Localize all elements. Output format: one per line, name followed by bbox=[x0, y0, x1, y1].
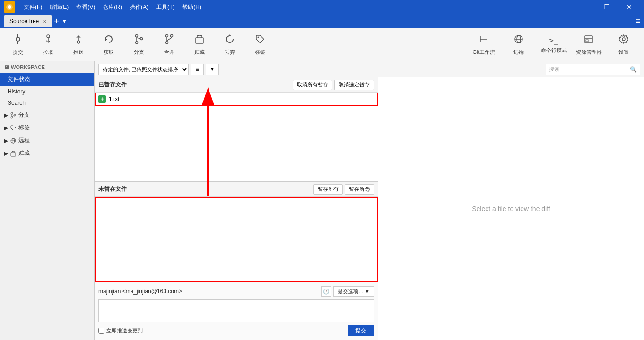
stash-icon bbox=[194, 34, 205, 47]
app-logo bbox=[4, 1, 15, 13]
filter-dropdown-button[interactable]: ▼ bbox=[206, 64, 219, 75]
merge-button[interactable]: 合并 bbox=[155, 31, 183, 59]
toolbar: 提交 拉取 推送 bbox=[0, 28, 644, 61]
titlebar: 文件(F) 编辑(E) 查看(V) 仓库(R) 操作(A) 工具(T) 帮助(H… bbox=[0, 0, 644, 14]
discard-label: 丢弃 bbox=[225, 49, 235, 56]
discard-button[interactable]: 丢弃 bbox=[216, 31, 244, 59]
list-view-button[interactable]: ≡ bbox=[191, 64, 204, 75]
pull-label: 拉取 bbox=[43, 49, 53, 56]
staged-files-list: + 1.txt — bbox=[95, 93, 378, 181]
menu-help[interactable]: 帮助(H) bbox=[179, 2, 204, 12]
branches-expand-icon: ▶ bbox=[4, 112, 8, 119]
sidebar-item-history[interactable]: History bbox=[0, 86, 94, 97]
sidebar-section-stashes[interactable]: ▶ 贮藏 bbox=[0, 147, 94, 160]
tab-label: SourceTree bbox=[9, 18, 39, 25]
maximize-button[interactable]: ❐ bbox=[596, 0, 618, 14]
unstage-file-button[interactable]: — bbox=[367, 95, 374, 103]
svg-point-7 bbox=[136, 34, 138, 37]
fetch-button[interactable]: 获取 bbox=[95, 31, 123, 59]
menu-bar: 文件(F) 编辑(E) 查看(V) 仓库(R) 操作(A) 工具(T) 帮助(H… bbox=[21, 2, 204, 12]
workspace-header: 🖥 WORKSPACE bbox=[0, 61, 94, 73]
remotes-expand-icon: ▶ bbox=[4, 137, 8, 144]
remote-icon bbox=[513, 34, 524, 47]
svg-rect-19 bbox=[586, 40, 588, 42]
window-controls: — ❐ ✕ bbox=[573, 0, 640, 14]
hamburger-menu[interactable]: ≡ bbox=[636, 17, 640, 26]
commit-options-button[interactable]: 提交选项… ▼ bbox=[333, 286, 374, 297]
remote-label: 远端 bbox=[513, 49, 524, 56]
new-tab-button[interactable]: + bbox=[54, 17, 59, 26]
settings-button[interactable]: 设置 bbox=[607, 31, 640, 59]
push-icon bbox=[73, 34, 84, 47]
git-flow-button[interactable]: Git工作流 bbox=[467, 31, 500, 59]
remote-button[interactable]: 远端 bbox=[502, 31, 535, 59]
commit-label: 提交 bbox=[13, 49, 23, 56]
svg-point-5 bbox=[47, 35, 50, 38]
svg-point-20 bbox=[622, 38, 625, 41]
sidebar: 🖥 WORKSPACE 文件状态 History Search ▶ 分支 ▶ bbox=[0, 61, 95, 340]
tab-dropdown[interactable]: ▼ bbox=[62, 18, 67, 24]
svg-point-8 bbox=[136, 41, 138, 43]
discard-icon bbox=[225, 34, 235, 47]
menu-edit[interactable]: 编辑(E) bbox=[47, 2, 71, 12]
sidebar-section-branches[interactable]: ▶ 分支 bbox=[0, 109, 94, 121]
commit-message-input[interactable] bbox=[98, 299, 374, 322]
fetch-label: 获取 bbox=[104, 49, 114, 56]
svg-point-24 bbox=[12, 127, 13, 128]
branch-button[interactable]: 分支 bbox=[125, 31, 153, 59]
tags-label: 标签 bbox=[18, 124, 30, 132]
menu-repo[interactable]: 仓库(R) bbox=[100, 2, 125, 12]
staged-panel-header: 已暂存文件 取消所有暂存 取消选定暂存 bbox=[95, 77, 378, 93]
sidebar-section-remotes[interactable]: ▶ 远程 bbox=[0, 134, 94, 147]
explorer-button[interactable]: 资源管理器 bbox=[572, 31, 605, 59]
stage-selected-button[interactable]: 暂存所选 bbox=[345, 184, 374, 195]
filter-select[interactable]: 待定的文件, 已依照文件状态排序 bbox=[98, 64, 189, 75]
stash-button[interactable]: 贮藏 bbox=[185, 31, 214, 59]
svg-point-12 bbox=[171, 34, 173, 37]
staged-panel: 已暂存文件 取消所有暂存 取消选定暂存 + 1.txt — bbox=[95, 77, 378, 182]
commit-options-label: 提交选项… bbox=[338, 288, 364, 295]
unstaged-files-area bbox=[95, 197, 378, 282]
unstaged-panel-header: 未暂存文件 暂存所有 暂存所选 bbox=[95, 182, 378, 197]
clock-button[interactable]: 🕐 bbox=[321, 286, 331, 297]
svg-point-14 bbox=[258, 36, 259, 38]
tag-icon bbox=[255, 34, 265, 47]
push-button[interactable]: 推送 bbox=[64, 31, 93, 59]
commit-push-option: 立即推送变更到 - bbox=[98, 327, 146, 334]
filter-bar: 待定的文件, 已依照文件状态排序 ≡ ▼ 搜索 🔍 bbox=[95, 61, 644, 77]
menu-action[interactable]: 操作(A) bbox=[127, 2, 151, 12]
tag-label: 标签 bbox=[255, 49, 265, 56]
main-tab[interactable]: SourceTree ✕ bbox=[4, 15, 52, 27]
sidebar-section-tags[interactable]: ▶ 标签 bbox=[0, 121, 94, 134]
terminal-button[interactable]: >_ 命令行模式 bbox=[537, 31, 570, 59]
cancel-selected-staged-button[interactable]: 取消选定暂存 bbox=[334, 80, 374, 90]
git-flow-icon bbox=[479, 34, 489, 47]
minimize-button[interactable]: — bbox=[573, 0, 595, 14]
menu-tools[interactable]: 工具(T) bbox=[153, 2, 177, 12]
file-added-icon: + bbox=[98, 95, 106, 103]
unstaged-panel-title: 未暂存文件 bbox=[98, 185, 312, 193]
svg-point-6 bbox=[77, 41, 80, 43]
commit-submit-button[interactable]: 提交 bbox=[348, 325, 374, 336]
toolbar-right: Git工作流 远端 >_ 命令行模式 bbox=[467, 31, 640, 59]
close-button[interactable]: ✕ bbox=[618, 0, 640, 14]
staged-panel-title: 已暂存文件 bbox=[98, 81, 291, 89]
commit-button[interactable]: 提交 bbox=[4, 31, 32, 59]
menu-file[interactable]: 文件(F) bbox=[21, 2, 45, 12]
fetch-icon bbox=[104, 34, 114, 47]
terminal-label: 命令行模式 bbox=[541, 47, 567, 54]
sidebar-item-search[interactable]: Search bbox=[0, 97, 94, 109]
menu-view[interactable]: 查看(V) bbox=[73, 2, 98, 12]
svg-point-2 bbox=[16, 37, 20, 41]
main-area: 🖥 WORKSPACE 文件状态 History Search ▶ 分支 ▶ bbox=[0, 61, 644, 340]
tag-button[interactable]: 标签 bbox=[246, 31, 274, 59]
left-panels: 已暂存文件 取消所有暂存 取消选定暂存 + 1.txt — bbox=[95, 77, 378, 340]
cancel-all-staged-button[interactable]: 取消所有暂存 bbox=[293, 80, 332, 90]
tab-close-button[interactable]: ✕ bbox=[43, 19, 46, 24]
diff-placeholder-text: Select a file to view the diff bbox=[472, 205, 550, 212]
stage-all-button[interactable]: 暂存所有 bbox=[313, 184, 343, 195]
staged-file-row[interactable]: + 1.txt — bbox=[95, 93, 378, 106]
sidebar-item-file-status[interactable]: 文件状态 bbox=[0, 73, 94, 86]
pull-button[interactable]: 拉取 bbox=[34, 31, 62, 59]
push-checkbox[interactable] bbox=[98, 328, 104, 334]
